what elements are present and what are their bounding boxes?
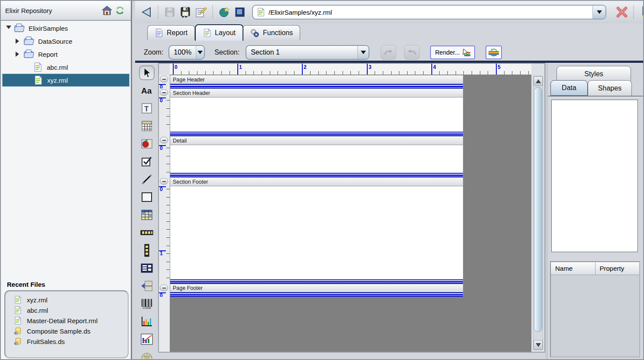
- property-table: Name Property: [550, 261, 640, 357]
- tree-item-xyz-rml[interactable]: xyz.rml: [2, 74, 129, 87]
- tree-item-report[interactable]: Report: [1, 48, 131, 61]
- band-boundary-line[interactable]: [170, 173, 463, 177]
- chart-tool-button[interactable]: [139, 314, 155, 329]
- tree-item-abc-rml[interactable]: abc.rml: [1, 61, 131, 74]
- redo-button[interactable]: [381, 45, 396, 60]
- save-button-disabled[interactable]: [162, 5, 178, 19]
- recent-file-master-detail[interactable]: Master-Detail Report.rml: [13, 315, 128, 326]
- panel-splitter[interactable]: [546, 63, 547, 360]
- canvas-button[interactable]: [232, 5, 248, 19]
- recent-file-abc-rml[interactable]: abc.rml: [13, 305, 128, 315]
- refresh-icon: [115, 6, 125, 15]
- expand-arrow-icon[interactable]: [16, 52, 21, 57]
- file-path-input[interactable]: [267, 6, 592, 19]
- band-page-footer-end: 0: [159, 292, 531, 297]
- design-surface[interactable]: [170, 186, 463, 279]
- band-section-header-end: [159, 132, 531, 136]
- map-tool-button[interactable]: [139, 350, 155, 360]
- band-boundary-line[interactable]: [170, 279, 463, 284]
- render-button[interactable]: Render...: [430, 45, 475, 59]
- tab-shapes[interactable]: Shapes: [588, 80, 632, 96]
- zoom-select[interactable]: 100%: [168, 45, 205, 60]
- path-dropdown-button[interactable]: [592, 6, 605, 19]
- recent-file-composite-sample[interactable]: Composite Sample.ds: [13, 326, 128, 336]
- graph-tool-button[interactable]: [139, 332, 155, 347]
- label-tool-button[interactable]: Aa: [139, 83, 155, 98]
- tab-label: Layout: [215, 29, 236, 37]
- tree-item-datasource[interactable]: DataSource: [1, 35, 131, 48]
- band-title-label: Section Header: [173, 90, 210, 96]
- band-section-header-content[interactable]: 0: [159, 97, 531, 132]
- scroll-up-button[interactable]: [534, 76, 543, 86]
- select-tool-icon: [141, 67, 152, 78]
- section-select[interactable]: Section 1: [246, 45, 369, 60]
- layout-canvas[interactable]: 0 1 2 3 4 5 Page Header 0: [158, 63, 545, 353]
- home-button[interactable]: [100, 4, 113, 16]
- select-tool-button[interactable]: [139, 65, 155, 80]
- minus-icon: [162, 140, 166, 141]
- expand-arrow-icon[interactable]: [6, 26, 11, 31]
- chevron-down-icon[interactable]: [196, 46, 204, 59]
- column-header-property[interactable]: Property: [595, 262, 640, 275]
- vertical-cells-tool-button[interactable]: [139, 243, 155, 258]
- band-boundary-line[interactable]: [170, 84, 463, 88]
- grid-tool-button[interactable]: [139, 119, 155, 133]
- recent-file-xyz-rml[interactable]: xyz.rml: [13, 295, 128, 305]
- close-button[interactable]: [614, 5, 630, 19]
- expand-arrow-icon[interactable]: [16, 39, 21, 44]
- wizard-button[interactable]: [217, 5, 232, 19]
- undo-button[interactable]: [404, 45, 420, 60]
- chevron-down-icon[interactable]: [357, 46, 369, 59]
- vertical-scrollbar[interactable]: [533, 76, 543, 350]
- collapse-button[interactable]: [160, 89, 168, 96]
- columns-button[interactable]: [640, 5, 644, 19]
- band-detail-content[interactable]: 0: [159, 145, 531, 173]
- line-tool-button[interactable]: [139, 172, 155, 187]
- band-boundary-line[interactable]: [170, 292, 463, 297]
- data-list-panel[interactable]: [551, 100, 638, 252]
- minus-icon: [162, 79, 166, 80]
- repository-tree: ElixirSamples DataSource Report: [1, 22, 131, 87]
- form-tool-button[interactable]: [139, 261, 155, 276]
- horizontal-cells-tool-button[interactable]: [139, 225, 155, 240]
- save-as-button[interactable]: [178, 5, 193, 19]
- tab-report[interactable]: Report: [147, 25, 195, 40]
- tab-data[interactable]: Data: [550, 80, 588, 96]
- design-surface[interactable]: [170, 97, 463, 132]
- tree-item-elixirsamples[interactable]: ElixirSamples: [1, 22, 131, 35]
- wizard-globe-icon: [219, 6, 230, 18]
- text-tool-button[interactable]: T: [139, 101, 155, 116]
- band-section-footer-title[interactable]: Section Footer: [159, 177, 531, 186]
- band-boundary-line[interactable]: [170, 132, 463, 136]
- column-header-name[interactable]: Name: [551, 262, 595, 275]
- checkbox-tool-button[interactable]: [139, 154, 155, 169]
- band-section-header-title[interactable]: Section Header: [159, 88, 531, 97]
- subreport-tool-button[interactable]: [139, 279, 155, 293]
- recent-file-label: xyz.rml: [27, 296, 48, 304]
- back-button[interactable]: [139, 5, 154, 19]
- image-tool-button[interactable]: [139, 136, 155, 151]
- rectangle-tool-button[interactable]: [139, 190, 155, 204]
- band-section-footer-content[interactable]: 0 1: [159, 186, 531, 279]
- scrollbar-thumb[interactable]: [534, 87, 542, 332]
- band-page-header-title[interactable]: Page Header: [159, 75, 531, 84]
- collapse-button[interactable]: [160, 76, 168, 82]
- tab-functions[interactable]: Functions: [243, 25, 300, 40]
- properties-button[interactable]: [193, 5, 209, 19]
- design-surface[interactable]: [170, 145, 463, 173]
- tab-layout[interactable]: Layout: [195, 24, 243, 41]
- collapse-button[interactable]: [160, 178, 168, 185]
- band-detail-title[interactable]: Detail: [159, 136, 531, 145]
- scroll-down-button[interactable]: [534, 340, 543, 350]
- tab-styles[interactable]: Styles: [557, 66, 631, 81]
- refresh-button[interactable]: [113, 4, 126, 16]
- recent-file-fruitsales[interactable]: FruitSales.ds: [13, 336, 128, 347]
- barcode-tool-button[interactable]: CODE: [139, 296, 155, 311]
- horizontal-ruler: 0 1 2 3 4 5: [170, 64, 531, 75]
- collapse-button[interactable]: [160, 285, 168, 291]
- band-page-footer-title[interactable]: Page Footer: [159, 284, 531, 292]
- table-tool-button[interactable]: [139, 208, 155, 222]
- collapse-button[interactable]: [160, 137, 168, 143]
- render-refresh-button[interactable]: [485, 45, 502, 59]
- save-as-icon: [180, 6, 191, 18]
